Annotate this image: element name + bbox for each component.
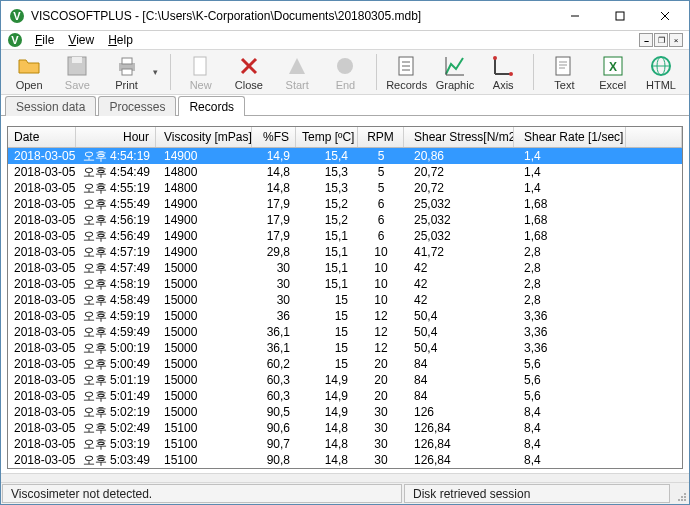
print-button[interactable]: Print	[104, 50, 150, 94]
save-icon	[65, 54, 89, 78]
cell-rpm: 6	[358, 212, 404, 228]
col-header-viscosity[interactable]: Viscosity [mPas]	[156, 127, 252, 147]
cell-fs: 17,9	[252, 228, 296, 244]
cell-hour: 오후 4:55:49	[76, 196, 156, 212]
records-button[interactable]: Records	[385, 50, 429, 94]
cell-ss: 20,72	[404, 180, 514, 196]
save-button[interactable]: Save	[55, 50, 99, 94]
table-row[interactable]: 2018-03-05오후 4:58:4915000301510422,8	[8, 292, 682, 308]
cell-ss: 50,4	[404, 340, 514, 356]
cell-sr: 2,8	[514, 244, 626, 260]
cell-hour: 오후 5:02:19	[76, 404, 156, 420]
cell-visc: 15000	[156, 356, 252, 372]
col-header-shear-stress[interactable]: Shear Stress[N/m2]	[404, 127, 514, 147]
mdi-restore-button[interactable]: ❐	[654, 33, 668, 47]
axis-button[interactable]: Axis	[481, 50, 525, 94]
cell-rpm: 5	[358, 148, 404, 164]
open-button[interactable]: Open	[7, 50, 51, 94]
col-header-shear-rate[interactable]: Shear Rate [1/sec]	[514, 127, 626, 147]
cell-temp: 15,1	[296, 276, 358, 292]
maximize-button[interactable]	[597, 1, 642, 30]
table-row[interactable]: 2018-03-05오후 4:54:491480014,815,3520,721…	[8, 164, 682, 180]
new-button[interactable]: New	[179, 50, 223, 94]
cell-rpm: 12	[358, 340, 404, 356]
mdi-close-button[interactable]: ×	[669, 33, 683, 47]
resize-grip-icon[interactable]	[671, 483, 689, 504]
cell-temp: 15,3	[296, 164, 358, 180]
graphic-button[interactable]: Graphic	[433, 50, 477, 94]
tab-processes[interactable]: Processes	[98, 96, 176, 116]
table-row[interactable]: 2018-03-05오후 4:57:191490029,815,11041,72…	[8, 244, 682, 260]
tab-session-data[interactable]: Session data	[5, 96, 96, 116]
cell-ss: 126,84	[404, 420, 514, 436]
excel-button[interactable]: X Excel	[591, 50, 635, 94]
table-row[interactable]: 2018-03-05오후 4:59:191500036151250,43,36	[8, 308, 682, 324]
table-row[interactable]: 2018-03-05오후 4:56:191490017,915,2625,032…	[8, 212, 682, 228]
cell-date: 2018-03-05	[8, 228, 76, 244]
table-row[interactable]: 2018-03-05오후 4:54:191490014,915,4520,861…	[8, 148, 682, 164]
cell-rpm: 30	[358, 452, 404, 468]
print-dropdown[interactable]: ▾	[150, 50, 162, 94]
col-header-date[interactable]: Date	[8, 127, 76, 147]
col-header-temp[interactable]: Temp [ºC]	[296, 127, 358, 147]
table-row[interactable]: 2018-03-05오후 4:55:191480014,815,3520,721…	[8, 180, 682, 196]
cell-date: 2018-03-05	[8, 148, 76, 164]
grid-body[interactable]: 2018-03-05오후 4:54:191490014,915,4520,861…	[8, 148, 682, 468]
col-header-fs[interactable]: %FS	[252, 127, 296, 147]
start-button[interactable]: Start	[275, 50, 319, 94]
menu-help[interactable]: Help	[102, 31, 139, 49]
cell-visc: 14900	[156, 228, 252, 244]
tab-records[interactable]: Records	[178, 96, 245, 116]
table-row[interactable]: 2018-03-05오후 5:02:491510090,614,830126,8…	[8, 420, 682, 436]
table-row[interactable]: 2018-03-05오후 4:58:19150003015,110422,8	[8, 276, 682, 292]
table-row[interactable]: 2018-03-05오후 4:57:49150003015,110422,8	[8, 260, 682, 276]
table-row[interactable]: 2018-03-05오후 4:55:491490017,915,2625,032…	[8, 196, 682, 212]
table-row[interactable]: 2018-03-05오후 5:02:191500090,514,9301268,…	[8, 404, 682, 420]
cell-date: 2018-03-05	[8, 372, 76, 388]
table-row[interactable]: 2018-03-05오후 5:03:491510090,814,830126,8…	[8, 452, 682, 468]
close-session-button[interactable]: Close	[227, 50, 271, 94]
cell-fs: 17,9	[252, 212, 296, 228]
cell-sr: 2,8	[514, 276, 626, 292]
cell-rpm: 20	[358, 372, 404, 388]
grid-header: Date Hour Viscosity [mPas] %FS Temp [ºC]…	[8, 127, 682, 148]
cell-ss: 20,72	[404, 164, 514, 180]
cell-ss: 126,84	[404, 452, 514, 468]
cell-fs: 60,3	[252, 372, 296, 388]
cell-visc: 15100	[156, 420, 252, 436]
cell-sr: 8,4	[514, 436, 626, 452]
menu-view[interactable]: View	[62, 31, 100, 49]
table-row[interactable]: 2018-03-05오후 5:00:491500060,21520845,6	[8, 356, 682, 372]
table-row[interactable]: 2018-03-05오후 5:00:191500036,1151250,43,3…	[8, 340, 682, 356]
cell-hour: 오후 5:02:49	[76, 420, 156, 436]
menu-file[interactable]: File	[29, 31, 60, 49]
cell-temp: 15	[296, 324, 358, 340]
table-row[interactable]: 2018-03-05오후 5:03:191510090,714,830126,8…	[8, 436, 682, 452]
close-button[interactable]	[642, 1, 687, 30]
table-row[interactable]: 2018-03-05오후 4:56:491490017,915,1625,032…	[8, 228, 682, 244]
mdi-minimize-button[interactable]: ‒	[639, 33, 653, 47]
print-icon	[115, 54, 139, 78]
cell-date: 2018-03-05	[8, 340, 76, 356]
cell-rpm: 12	[358, 324, 404, 340]
cell-rpm: 5	[358, 164, 404, 180]
col-header-hour[interactable]: Hour	[76, 127, 156, 147]
toolbar: Open Save Print ▾ New Close Start End Re…	[1, 49, 689, 95]
cell-sr: 8,4	[514, 452, 626, 468]
cell-visc: 15000	[156, 260, 252, 276]
cell-sr: 1,68	[514, 196, 626, 212]
cell-ss: 25,032	[404, 196, 514, 212]
end-button[interactable]: End	[323, 50, 367, 94]
table-row[interactable]: 2018-03-05오후 4:59:491500036,1151250,43,3…	[8, 324, 682, 340]
table-row[interactable]: 2018-03-05오후 5:01:491500060,314,920845,6	[8, 388, 682, 404]
cell-hour: 오후 5:03:19	[76, 436, 156, 452]
table-row[interactable]: 2018-03-05오후 5:01:191500060,314,920845,6	[8, 372, 682, 388]
cell-temp: 14,8	[296, 436, 358, 452]
text-button[interactable]: Text	[542, 50, 586, 94]
records-grid[interactable]: Date Hour Viscosity [mPas] %FS Temp [ºC]…	[7, 126, 683, 469]
html-button[interactable]: HTML	[639, 50, 683, 94]
cell-hour: 오후 4:58:49	[76, 292, 156, 308]
records-icon	[395, 54, 419, 78]
minimize-button[interactable]	[552, 1, 597, 30]
col-header-rpm[interactable]: RPM	[358, 127, 404, 147]
